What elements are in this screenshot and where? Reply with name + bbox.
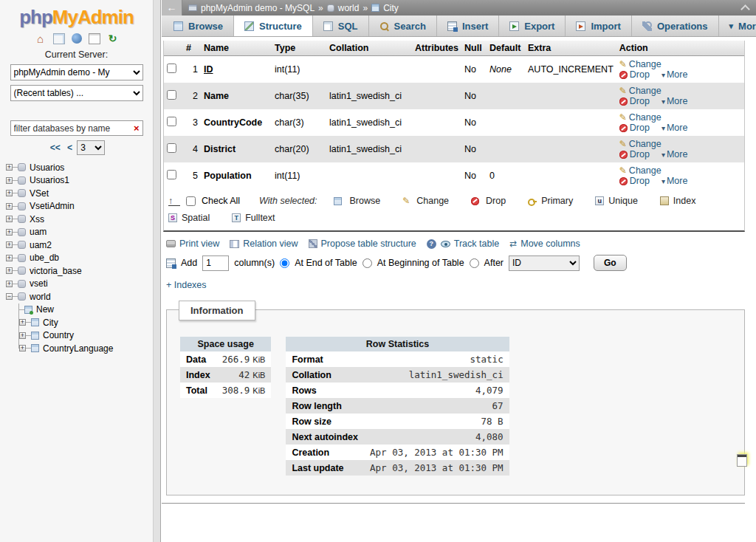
recent-tables-select[interactable]: (Recent tables) ...	[10, 85, 143, 101]
change-link[interactable]: ✎Change	[619, 59, 662, 69]
row-checkbox[interactable]	[167, 117, 176, 126]
expand-icon[interactable]: +	[6, 267, 13, 274]
home-icon[interactable]: ⌂	[35, 33, 47, 44]
go-button[interactable]: Go	[594, 255, 627, 271]
column-count-input[interactable]	[202, 255, 229, 271]
db-item-world[interactable]: −world	[6, 290, 153, 303]
breadcrumb-database-link[interactable]: world	[338, 3, 360, 13]
help-icon[interactable]: ?	[427, 239, 436, 249]
expand-icon[interactable]: +	[19, 332, 26, 339]
collapse-icon[interactable]: −	[6, 293, 13, 300]
change-link[interactable]: ✎Change	[619, 112, 662, 123]
collapse-console-icon[interactable]	[741, 4, 749, 10]
clear-filter-icon[interactable]: ×	[134, 123, 140, 134]
page-first-link[interactable]: <<	[50, 143, 61, 153]
expand-icon[interactable]: +	[6, 229, 13, 236]
server-select[interactable]: phpMyAdmin demo - My	[10, 64, 143, 80]
db-item-vsetiadmin[interactable]: +VsetiAdmin	[6, 200, 153, 213]
indexes-link[interactable]: + Indexes	[166, 280, 207, 290]
db-item-uam2[interactable]: +uam2	[6, 239, 153, 252]
more-link[interactable]: ▾More	[662, 123, 688, 133]
help-icon[interactable]	[72, 33, 82, 44]
check-all-checkbox[interactable]	[186, 196, 196, 206]
back-button[interactable]: ←	[162, 0, 182, 16]
expand-icon[interactable]: +	[19, 345, 26, 351]
expand-icon[interactable]: +	[6, 190, 13, 196]
more-link[interactable]: ▾More	[662, 96, 688, 106]
change-link[interactable]: ✎Change	[619, 139, 662, 149]
expand-icon[interactable]: +	[6, 281, 13, 287]
row-checkbox[interactable]	[167, 90, 176, 100]
db-item-ube-db[interactable]: +ube_db	[6, 252, 153, 265]
tab-search[interactable]: Search	[369, 16, 437, 36]
tab-structure[interactable]: Structure	[234, 16, 313, 36]
more-link[interactable]: ▾More	[662, 69, 688, 80]
propose-structure-link[interactable]: Propose table structure	[309, 239, 416, 249]
reload-navigation-icon[interactable]: ↻	[107, 33, 119, 44]
more-link[interactable]: ▾More	[662, 176, 688, 186]
db-item-xss[interactable]: +Xss	[6, 213, 153, 226]
selected-spatial-button[interactable]: SSpatial	[168, 213, 210, 223]
query-console-icon[interactable]	[737, 454, 747, 467]
db-item-victoria-base[interactable]: +victoria_base	[6, 264, 153, 278]
radio-at-beginning[interactable]	[362, 258, 372, 268]
selected-browse-button[interactable]: Browse	[334, 196, 381, 206]
drop-link[interactable]: Drop	[619, 176, 650, 186]
radio-at-end[interactable]	[280, 258, 289, 268]
row-checkbox[interactable]	[167, 64, 176, 73]
db-item-usuarios[interactable]: +Usuarios	[6, 161, 153, 174]
more-link[interactable]: ▾More	[662, 149, 688, 159]
db-item-vseti[interactable]: +vseti	[6, 278, 153, 291]
tab-sql[interactable]: SQL	[313, 16, 369, 36]
expand-icon[interactable]: +	[6, 177, 13, 184]
tab-operations[interactable]: Operations	[632, 16, 719, 36]
expand-icon[interactable]: +	[6, 216, 13, 222]
change-link[interactable]: ✎Change	[619, 165, 662, 176]
db-item-usuarios1[interactable]: +Usuarios1	[6, 174, 153, 188]
after-column-select[interactable]: ID	[509, 255, 580, 271]
expand-icon[interactable]: +	[6, 164, 13, 171]
logout-icon[interactable]	[53, 33, 65, 44]
table-item-city[interactable]: +City	[16, 316, 153, 329]
tab-import[interactable]: Import	[566, 16, 631, 36]
track-table-link[interactable]: Track table	[441, 239, 499, 249]
phpmyadmin-logo[interactable]: phpMyAdmin	[0, 0, 153, 29]
table-item-country[interactable]: +Country	[16, 329, 153, 343]
sidebar-resize-handle[interactable]	[153, 0, 161, 542]
page-prev-link[interactable]: <	[67, 143, 72, 153]
documentation-icon[interactable]	[89, 33, 100, 44]
drop-link[interactable]: Drop	[619, 69, 650, 80]
relation-view-link[interactable]: Relation view	[230, 239, 298, 249]
expand-icon[interactable]: +	[6, 255, 13, 261]
breadcrumb-table-link[interactable]: City	[383, 3, 399, 13]
table-item-new[interactable]: New	[16, 303, 153, 317]
drop-link[interactable]: Drop	[619, 96, 650, 106]
tab-export[interactable]: Export	[499, 16, 566, 36]
expand-icon[interactable]: +	[19, 319, 26, 326]
selected-change-button[interactable]: ✎Change	[402, 196, 449, 206]
selected-primary-button[interactable]: Primary	[528, 196, 573, 206]
selected-unique-button[interactable]: uUnique	[595, 196, 638, 206]
selected-fulltext-button[interactable]: TFulltext	[232, 213, 275, 223]
tab-more[interactable]: ▾More	[719, 16, 756, 36]
expand-icon[interactable]: +	[6, 241, 13, 248]
database-filter[interactable]: ×	[10, 120, 143, 136]
table-item-countrylanguage[interactable]: +CountryLanguage	[16, 342, 153, 355]
move-columns-link[interactable]: ⇄Move columns	[509, 239, 580, 249]
db-item-uam[interactable]: +uam	[6, 226, 153, 239]
selected-index-button[interactable]: Index	[660, 196, 696, 206]
breadcrumb-server-link[interactable]: phpMyAdmin demo - MySQL	[201, 3, 315, 13]
tab-browse[interactable]: Browse	[163, 16, 234, 36]
print-view-link[interactable]: Print view	[166, 239, 219, 249]
tab-insert[interactable]: Insert	[437, 16, 499, 36]
change-link[interactable]: ✎Change	[619, 86, 662, 96]
expand-icon[interactable]: +	[6, 203, 13, 210]
database-filter-input[interactable]	[14, 123, 134, 134]
drop-link[interactable]: Drop	[619, 123, 650, 133]
db-item-vset[interactable]: +VSet	[6, 187, 153, 200]
drop-link[interactable]: Drop	[619, 149, 650, 159]
radio-after[interactable]	[470, 258, 479, 268]
selected-drop-button[interactable]: Drop	[471, 196, 506, 206]
page-select[interactable]: 3	[77, 140, 105, 155]
row-checkbox[interactable]	[167, 170, 176, 179]
